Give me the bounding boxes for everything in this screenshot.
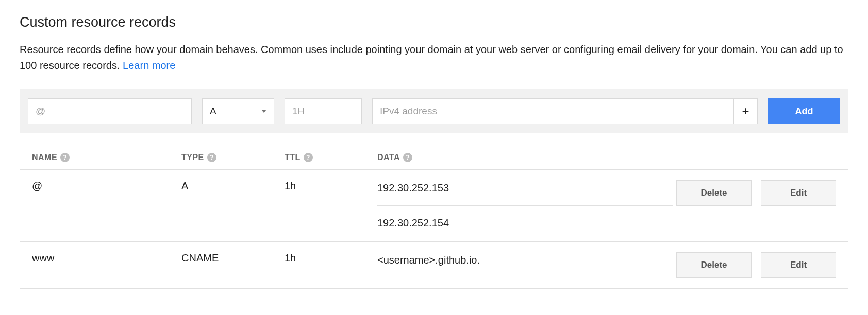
record-data-input[interactable] bbox=[372, 98, 734, 124]
cell-name: @ bbox=[32, 180, 181, 192]
cell-actions: DeleteEdit bbox=[673, 180, 836, 206]
cell-ttl: 1h bbox=[285, 180, 377, 192]
edit-button[interactable]: Edit bbox=[761, 252, 836, 278]
edit-button[interactable]: Edit bbox=[761, 180, 836, 206]
cell-type: CNAME bbox=[181, 252, 285, 264]
records-table: NAME ? TYPE ? TTL ? DATA ? @A1h192.30.25… bbox=[20, 146, 848, 289]
add-record-button[interactable]: Add bbox=[768, 98, 840, 124]
add-data-value-button[interactable]: + bbox=[734, 98, 758, 124]
column-header-ttl-label: TTL bbox=[285, 153, 301, 162]
column-header-name-label: NAME bbox=[32, 153, 57, 162]
help-icon[interactable]: ? bbox=[60, 153, 70, 162]
cell-type: A bbox=[181, 180, 285, 192]
column-header-type: TYPE ? bbox=[181, 153, 285, 162]
record-type-value: A bbox=[210, 106, 216, 117]
data-value: <username>.github.io. bbox=[377, 252, 673, 268]
delete-button[interactable]: Delete bbox=[676, 252, 752, 278]
column-header-data-label: DATA bbox=[377, 153, 400, 162]
chevron-down-icon bbox=[261, 110, 266, 113]
record-ttl-input[interactable] bbox=[285, 98, 362, 124]
add-record-bar: A + Add bbox=[20, 89, 848, 133]
help-icon[interactable]: ? bbox=[207, 153, 216, 162]
cell-ttl: 1h bbox=[285, 252, 377, 264]
page-title: Custom resource records bbox=[20, 14, 848, 30]
column-header-ttl: TTL ? bbox=[285, 153, 377, 162]
table-row: wwwCNAME1h<username>.github.io.DeleteEdi… bbox=[20, 242, 848, 289]
table-header-row: NAME ? TYPE ? TTL ? DATA ? bbox=[20, 146, 848, 170]
cell-data: 192.30.252.153192.30.252.154 bbox=[377, 180, 673, 231]
record-name-input[interactable] bbox=[28, 98, 192, 124]
table-row: @A1h192.30.252.153192.30.252.154DeleteEd… bbox=[20, 170, 848, 242]
page-description: Resource records define how your domain … bbox=[20, 42, 848, 74]
record-data-wrapper: + bbox=[372, 98, 758, 124]
help-icon[interactable]: ? bbox=[304, 153, 313, 162]
table-body: @A1h192.30.252.153192.30.252.154DeleteEd… bbox=[20, 170, 848, 289]
help-icon[interactable]: ? bbox=[403, 153, 412, 162]
record-type-select[interactable]: A bbox=[202, 98, 274, 124]
learn-more-link[interactable]: Learn more bbox=[123, 60, 175, 71]
cell-name: www bbox=[32, 252, 181, 264]
data-value: 192.30.252.153 bbox=[377, 180, 673, 196]
column-header-type-label: TYPE bbox=[181, 153, 204, 162]
data-value: 192.30.252.154 bbox=[377, 205, 673, 231]
cell-actions: DeleteEdit bbox=[673, 252, 836, 278]
cell-data: <username>.github.io. bbox=[377, 252, 673, 268]
delete-button[interactable]: Delete bbox=[676, 180, 752, 206]
plus-icon: + bbox=[742, 104, 749, 118]
column-header-data: DATA ? bbox=[377, 153, 673, 162]
column-header-name: NAME ? bbox=[32, 153, 181, 162]
